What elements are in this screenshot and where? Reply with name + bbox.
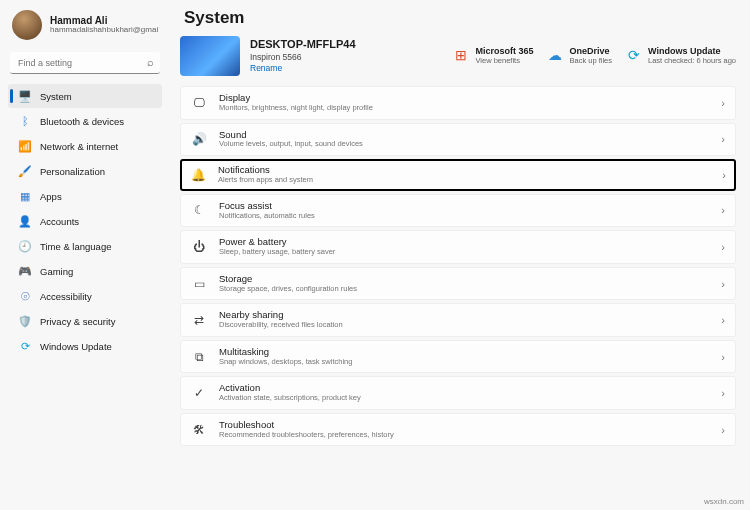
storage-icon: ▭ xyxy=(191,277,207,291)
sidebar-item-gaming[interactable]: 🎮Gaming xyxy=(8,259,162,283)
sidebar-item-label: Gaming xyxy=(40,266,73,277)
windows-update-icon: ⟳ xyxy=(18,339,32,353)
network-internet-icon: 📶 xyxy=(18,139,32,153)
sidebar-item-label: Network & internet xyxy=(40,141,118,152)
sidebar-item-accessibility[interactable]: ⦾Accessibility xyxy=(8,284,162,308)
sidebar-item-apps[interactable]: ▦Apps xyxy=(8,184,162,208)
settings-row-nearby-sharing[interactable]: ⇄Nearby sharingDiscoverability, received… xyxy=(180,303,736,337)
chevron-right-icon: › xyxy=(721,97,725,109)
settings-row-power-battery[interactable]: ⏻Power & batterySleep, battery usage, ba… xyxy=(180,230,736,264)
rename-link[interactable]: Rename xyxy=(250,63,282,73)
system-icon: 🖥️ xyxy=(18,89,32,103)
personalization-icon: 🖌️ xyxy=(18,164,32,178)
row-subtitle: Storage space, drives, configuration rul… xyxy=(219,285,709,294)
notifications-icon: 🔔 xyxy=(190,168,206,182)
sound-icon: 🔊 xyxy=(191,132,207,146)
cloud-subtitle: View benefits xyxy=(475,57,533,65)
chevron-right-icon: › xyxy=(721,424,725,436)
chevron-right-icon: › xyxy=(721,241,725,253)
chevron-right-icon: › xyxy=(721,314,725,326)
chevron-right-icon: › xyxy=(721,351,725,363)
sidebar-item-system[interactable]: 🖥️System xyxy=(8,84,162,108)
row-subtitle: Sleep, battery usage, battery saver xyxy=(219,248,709,257)
sidebar-item-label: Accounts xyxy=(40,216,79,227)
search-input[interactable] xyxy=(10,52,160,74)
search-icon: ⌕ xyxy=(147,56,154,68)
settings-list: 🖵DisplayMonitors, brightness, night ligh… xyxy=(180,86,736,446)
row-subtitle: Discoverability, received files location xyxy=(219,321,709,330)
row-subtitle: Recommended troubleshooters, preferences… xyxy=(219,431,709,440)
sidebar-item-network-internet[interactable]: 📶Network & internet xyxy=(8,134,162,158)
sidebar: Hammad Ali hammadalishahbukhari@gmail.co… xyxy=(0,0,170,510)
cloud-item-onedrive[interactable]: ☁OneDriveBack up files xyxy=(547,47,612,65)
sidebar-item-label: Windows Update xyxy=(40,341,112,352)
row-title: Focus assist xyxy=(219,201,709,212)
nav-list: 🖥️SystemᛒBluetooth & devices📶Network & i… xyxy=(4,84,166,358)
sidebar-item-label: Apps xyxy=(40,191,62,202)
sidebar-item-label: Time & language xyxy=(40,241,111,252)
sidebar-item-time-language[interactable]: 🕘Time & language xyxy=(8,234,162,258)
focus-assist-icon: ☾ xyxy=(191,203,207,217)
pc-model: Inspiron 5566 xyxy=(250,52,443,62)
chevron-right-icon: › xyxy=(721,204,725,216)
profile-block[interactable]: Hammad Ali hammadalishahbukhari@gmail.co… xyxy=(4,6,166,44)
system-header: DESKTOP-MFFLP44 Inspiron 5566 Rename ⊞Mi… xyxy=(180,36,736,76)
sidebar-item-label: Personalization xyxy=(40,166,105,177)
row-subtitle: Snap windows, desktops, task switching xyxy=(219,358,709,367)
avatar xyxy=(12,10,42,40)
cloud-subtitle: Last checked: 6 hours ago xyxy=(648,57,736,65)
cloud-subtitle: Back up files xyxy=(569,57,612,65)
sidebar-item-personalization[interactable]: 🖌️Personalization xyxy=(8,159,162,183)
gaming-icon: 🎮 xyxy=(18,264,32,278)
main-panel: System DESKTOP-MFFLP44 Inspiron 5566 Ren… xyxy=(180,0,750,510)
search-wrap: ⌕ xyxy=(10,52,160,74)
onedrive-icon: ☁ xyxy=(547,48,563,64)
troubleshoot-icon: 🛠 xyxy=(191,423,207,437)
chevron-right-icon: › xyxy=(721,278,725,290)
row-subtitle: Notifications, automatic rules xyxy=(219,212,709,221)
sidebar-item-label: Bluetooth & devices xyxy=(40,116,124,127)
sidebar-item-label: System xyxy=(40,91,72,102)
settings-row-sound[interactable]: 🔊SoundVolume levels, output, input, soun… xyxy=(180,123,736,157)
windows-update-icon: ⟳ xyxy=(626,48,642,64)
time-language-icon: 🕘 xyxy=(18,239,32,253)
privacy-security-icon: 🛡️ xyxy=(18,314,32,328)
sidebar-item-accounts[interactable]: 👤Accounts xyxy=(8,209,162,233)
sidebar-item-label: Accessibility xyxy=(40,291,92,302)
chevron-right-icon: › xyxy=(722,169,726,181)
pc-thumbnail xyxy=(180,36,240,76)
display-icon: 🖵 xyxy=(191,96,207,110)
settings-row-focus-assist[interactable]: ☾Focus assistNotifications, automatic ru… xyxy=(180,194,736,228)
row-subtitle: Alerts from apps and system xyxy=(218,176,710,185)
apps-icon: ▦ xyxy=(18,189,32,203)
watermark: wsxdn.com xyxy=(704,497,744,506)
row-subtitle: Volume levels, output, input, sound devi… xyxy=(219,140,709,149)
sidebar-item-bluetooth-devices[interactable]: ᛒBluetooth & devices xyxy=(8,109,162,133)
microsoft--icon: ⊞ xyxy=(453,48,469,64)
settings-row-troubleshoot[interactable]: 🛠TroubleshootRecommended troubleshooters… xyxy=(180,413,736,447)
row-subtitle: Monitors, brightness, night light, displ… xyxy=(219,104,709,113)
cloud-item-windows-update[interactable]: ⟳Windows UpdateLast checked: 6 hours ago xyxy=(626,47,736,65)
settings-row-activation[interactable]: ✓ActivationActivation state, subscriptio… xyxy=(180,376,736,410)
sidebar-item-windows-update[interactable]: ⟳Windows Update xyxy=(8,334,162,358)
nearby-sharing-icon: ⇄ xyxy=(191,313,207,327)
power-battery-icon: ⏻ xyxy=(191,240,207,254)
pc-name: DESKTOP-MFFLP44 xyxy=(250,38,443,51)
multitasking-icon: ⧉ xyxy=(191,350,207,364)
sidebar-item-privacy-security[interactable]: 🛡️Privacy & security xyxy=(8,309,162,333)
page-title: System xyxy=(184,8,736,28)
cloud-status-row: ⊞Microsoft 365View benefits☁OneDriveBack… xyxy=(453,47,736,65)
accessibility-icon: ⦾ xyxy=(18,289,32,303)
sidebar-item-label: Privacy & security xyxy=(40,316,116,327)
profile-email: hammadalishahbukhari@gmail.com xyxy=(50,26,158,35)
activation-icon: ✓ xyxy=(191,386,207,400)
cloud-item-microsoft-[interactable]: ⊞Microsoft 365View benefits xyxy=(453,47,533,65)
settings-row-notifications[interactable]: 🔔NotificationsAlerts from apps and syste… xyxy=(180,159,736,191)
settings-row-storage[interactable]: ▭StorageStorage space, drives, configura… xyxy=(180,267,736,301)
accounts-icon: 👤 xyxy=(18,214,32,228)
bluetooth-devices-icon: ᛒ xyxy=(18,114,32,128)
row-subtitle: Activation state, subscriptions, product… xyxy=(219,394,709,403)
chevron-right-icon: › xyxy=(721,387,725,399)
settings-row-display[interactable]: 🖵DisplayMonitors, brightness, night ligh… xyxy=(180,86,736,120)
settings-row-multitasking[interactable]: ⧉MultitaskingSnap windows, desktops, tas… xyxy=(180,340,736,374)
